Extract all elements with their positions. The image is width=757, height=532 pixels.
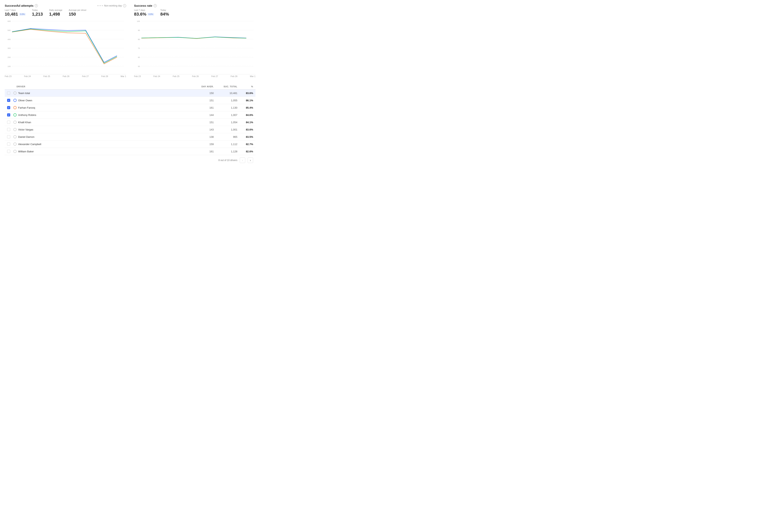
table-row[interactable]: Khalil Khan1511,05484.1% xyxy=(5,119,256,126)
row-checkbox[interactable] xyxy=(7,106,10,109)
svg-text:90: 90 xyxy=(138,29,140,31)
pagination-row: 8 out of 10 drivers ‹ › xyxy=(5,155,256,164)
table-body: Team total15010,48183.6%Oliver Owen1511,… xyxy=(5,89,256,155)
driver-name: Khalil Khan xyxy=(18,121,31,124)
driver-icon xyxy=(14,106,16,109)
driver-name: Farhan Farooq xyxy=(18,106,35,109)
row-checkbox[interactable] xyxy=(7,121,10,124)
driver-icon xyxy=(14,91,16,95)
driver-name: William Baker xyxy=(18,150,34,153)
table-header: Driver Day Aver. Suc. Total % xyxy=(5,84,256,89)
successful-attempts-info-icon[interactable]: i xyxy=(35,4,38,7)
sr-last7days-badge: 0.0% xyxy=(147,13,154,15)
row-left: Anthony Robins xyxy=(7,113,190,116)
row-pct: 85.4% xyxy=(237,106,253,109)
sr-today-label: Today xyxy=(160,9,169,11)
sr-today-value: 84% xyxy=(160,12,169,17)
row-left: Farhan Farooq xyxy=(7,106,190,109)
driver-icon xyxy=(14,150,16,153)
driver-icon xyxy=(14,99,16,102)
daily-avg-label: Daily average xyxy=(49,9,62,11)
table-row[interactable]: Victor Vargas1431,00183.6% xyxy=(5,126,256,133)
driver-name: Daniel Damon xyxy=(18,135,34,138)
non-working-day-label: Non-working day i xyxy=(97,4,126,7)
svg-text:100: 100 xyxy=(8,65,11,68)
row-left: Team total xyxy=(7,91,190,95)
avg-per-driver-value: 150 xyxy=(69,12,86,17)
svg-text:70: 70 xyxy=(138,47,140,49)
row-checkbox[interactable] xyxy=(7,150,10,153)
row-pct: 83.6% xyxy=(237,92,253,95)
svg-text:60: 60 xyxy=(138,56,140,58)
row-left: Daniel Damon xyxy=(7,135,190,138)
row-suc-total: 1,112 xyxy=(214,143,237,146)
row-day-aver: 151 xyxy=(190,121,214,124)
row-checkbox[interactable] xyxy=(7,135,10,138)
today-label: Today xyxy=(32,9,43,11)
driver-icon xyxy=(14,135,16,138)
col-driver-header: Driver xyxy=(7,85,190,88)
driver-name: Anthony Robins xyxy=(18,113,36,116)
non-working-info-icon[interactable]: i xyxy=(123,4,126,7)
pagination-next-button[interactable]: › xyxy=(248,158,253,163)
row-checkbox[interactable] xyxy=(7,113,10,116)
successful-attempts-section: Successful attempts i Non-working day i … xyxy=(5,4,126,77)
row-suc-total: 1,055 xyxy=(214,99,237,102)
today-value: 1,213 xyxy=(32,12,43,17)
table-row[interactable]: Alexander Campbell1591,11282.7% xyxy=(5,140,256,148)
last7days-label: Last 7 days xyxy=(5,9,26,11)
last7days-badge: 0.0% xyxy=(19,13,26,15)
table-row[interactable]: Anthony Robins1441,00784.6% xyxy=(5,111,256,119)
table-row[interactable]: Team total15010,48183.6% xyxy=(5,89,256,97)
avg-per-driver-label: Average per driver xyxy=(69,9,86,11)
row-pct: 83.5% xyxy=(237,135,253,138)
row-left: Alexander Campbell xyxy=(7,142,190,146)
row-checkbox[interactable] xyxy=(7,91,10,95)
sr-today-stat: Today 84% xyxy=(160,9,169,17)
row-day-aver: 161 xyxy=(190,106,214,109)
row-day-aver: 144 xyxy=(190,113,214,116)
row-checkbox[interactable] xyxy=(7,99,10,102)
row-left: Khalil Khan xyxy=(7,121,190,124)
pagination-label: 8 out of 10 drivers xyxy=(218,159,237,162)
sr-last7days-value: 83.6% 0.0% xyxy=(134,12,154,17)
col-day-aver-header: Day Aver. xyxy=(190,85,214,88)
col-pct-header: % xyxy=(237,85,253,88)
pagination-prev-button[interactable]: ‹ xyxy=(240,158,245,163)
successful-attempts-title: Successful attempts i xyxy=(5,4,38,7)
sr-last7days-stat: Last 7 days 83.6% 0.0% xyxy=(134,9,154,17)
row-left: William Baker xyxy=(7,150,190,153)
row-suc-total: 1,130 xyxy=(214,106,237,109)
svg-text:200: 200 xyxy=(8,56,11,58)
last7days-stat: Last 7 days 10,481 0.0% xyxy=(5,9,26,17)
success-rate-info-icon[interactable]: i xyxy=(154,4,157,7)
svg-text:80: 80 xyxy=(138,38,140,40)
daily-avg-stat: Daily average 1,498 xyxy=(49,9,62,17)
table-row[interactable]: William Baker1611,12882.6% xyxy=(5,148,256,155)
row-left: Victor Vargas xyxy=(7,128,190,131)
table-row[interactable]: Oliver Owen1511,05586.1% xyxy=(5,97,256,104)
sr-last7days-label: Last 7 days xyxy=(134,9,154,11)
driver-icon xyxy=(14,142,16,146)
driver-icon xyxy=(14,121,16,124)
row-suc-total: 1,054 xyxy=(214,121,237,124)
successful-attempts-x-axis: Feb 23 Feb 24 Feb 25 Feb 26 Feb 27 Feb 2… xyxy=(5,74,126,77)
driver-name: Oliver Owen xyxy=(18,99,32,102)
success-rate-section: Success rate i Last 7 days 83.6% 0.0% To… xyxy=(134,4,256,77)
row-suc-total: 1,001 xyxy=(214,128,237,131)
svg-text:600: 600 xyxy=(8,20,11,22)
row-checkbox[interactable] xyxy=(7,128,10,131)
table-row[interactable]: Daniel Damon13896583.5% xyxy=(5,133,256,140)
success-rate-title: Success rate i xyxy=(134,4,157,7)
driver-icon xyxy=(14,113,16,116)
col-suc-total-header: Suc. Total xyxy=(214,85,237,88)
row-day-aver: 150 xyxy=(190,92,214,95)
row-pct: 82.7% xyxy=(237,143,253,146)
row-pct: 83.6% xyxy=(237,128,253,131)
successful-attempts-stats: Last 7 days 10,481 0.0% Today 1,213 Dail… xyxy=(5,9,126,17)
row-checkbox[interactable] xyxy=(7,142,10,146)
row-left: Oliver Owen xyxy=(7,99,190,102)
table-row[interactable]: Farhan Farooq1611,13085.4% xyxy=(5,104,256,111)
svg-text:50: 50 xyxy=(138,65,140,68)
svg-text:400: 400 xyxy=(8,38,11,40)
